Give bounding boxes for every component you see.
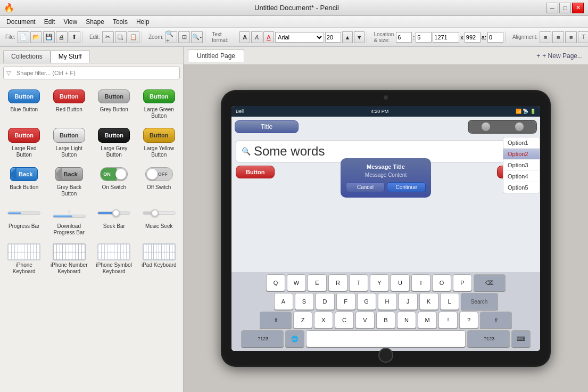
key-z[interactable]: Z	[293, 312, 312, 329]
ios-continue-button[interactable]: Continue	[387, 182, 426, 192]
tab-collections[interactable]: Collections	[3, 50, 51, 63]
page-tab-untitled[interactable]: Untitled Page	[188, 50, 244, 62]
shape-item-red-button[interactable]: Button Red Button	[48, 86, 90, 121]
loc-y-input[interactable]	[416, 32, 432, 43]
ios-picker-option5[interactable]: Option5	[503, 182, 540, 193]
export-file-btn[interactable]: ⬆	[69, 31, 80, 43]
shape-item-large-red-button[interactable]: Button Large Red Button	[3, 125, 45, 160]
key-keyboard-dismiss[interactable]: ⌨	[511, 330, 531, 347]
menu-view[interactable]: View	[59, 17, 81, 27]
shape-item-iphone-keyboard[interactable]: iPhone Keyboard	[3, 241, 45, 277]
menu-shape[interactable]: Shape	[81, 17, 109, 27]
copy-btn[interactable]: ⿻	[115, 31, 127, 43]
key-numbers-right[interactable]: .?123	[467, 330, 510, 347]
font-size-up[interactable]: ▲	[342, 31, 353, 43]
ios-seg-right[interactable]	[502, 121, 536, 133]
minimize-button[interactable]: ─	[546, 3, 558, 13]
key-a[interactable]: A	[274, 293, 293, 310]
menu-help[interactable]: Help	[132, 17, 154, 27]
loc-a-input[interactable]	[487, 32, 503, 43]
key-u[interactable]: U	[391, 274, 410, 291]
shape-item-large-yellow-button[interactable]: Button Large Yellow Button	[138, 125, 180, 160]
paste-btn[interactable]: 📋	[128, 31, 139, 43]
key-delete[interactable]: ⌫	[474, 274, 506, 291]
print-file-btn[interactable]: 🖨	[56, 31, 68, 43]
shape-item-back-button[interactable]: Back Back Button	[3, 164, 45, 199]
ios-picker-option3[interactable]: Option3	[503, 160, 540, 171]
key-h[interactable]: H	[378, 293, 397, 310]
key-shift-left[interactable]: ⇧	[260, 312, 292, 329]
menu-document[interactable]: Document	[2, 17, 40, 27]
loc-x-input[interactable]	[396, 32, 412, 43]
loc-h-input[interactable]	[465, 32, 481, 43]
ipad-home-button[interactable]	[378, 348, 393, 363]
shape-item-download-progress-bar[interactable]: ↓ Download Progress Bar	[48, 202, 90, 238]
key-w[interactable]: W	[287, 274, 306, 291]
ios-left-button[interactable]: Button	[236, 166, 275, 178]
shape-item-large-light-button[interactable]: Button Large Light Button	[48, 125, 90, 160]
shape-item-music-seek[interactable]: Music Seek	[138, 202, 180, 238]
key-d[interactable]: D	[316, 293, 335, 310]
loc-w-input[interactable]	[433, 32, 459, 43]
key-s[interactable]: S	[295, 293, 314, 310]
key-c[interactable]: C	[335, 312, 354, 329]
ios-picker-option2[interactable]: Option2	[503, 149, 540, 160]
shape-item-grey-button[interactable]: Button Grey Button	[93, 86, 135, 121]
cut-btn[interactable]: ✂	[102, 31, 114, 43]
align-center-btn[interactable]: ≡	[552, 31, 564, 43]
key-p[interactable]: P	[453, 274, 472, 291]
shape-item-on-switch[interactable]: ON On Switch	[93, 164, 135, 199]
ios-cancel-button[interactable]: Cancel	[346, 182, 385, 192]
align-right-btn[interactable]: ≡	[565, 31, 577, 43]
align-top-btn[interactable]: ⊤	[578, 31, 588, 43]
key-exclaim[interactable]: !	[438, 312, 458, 329]
ios-picker[interactable]: Option1 Option2 Option3 Option4 Option5	[503, 137, 540, 193]
key-o[interactable]: O	[432, 274, 451, 291]
new-file-btn[interactable]: 📄	[18, 31, 29, 43]
key-r[interactable]: R	[328, 274, 347, 291]
key-question[interactable]: ?	[459, 312, 478, 329]
text-italic-btn[interactable]: A	[251, 31, 262, 43]
ios-seg-left[interactable]	[469, 121, 502, 133]
key-l[interactable]: L	[440, 293, 459, 310]
key-k[interactable]: K	[419, 293, 438, 310]
key-globe[interactable]: 🌐	[285, 330, 304, 347]
text-bold-btn[interactable]: A	[239, 31, 250, 43]
menu-tools[interactable]: Tools	[109, 17, 132, 27]
shape-item-large-green-button[interactable]: Button Large Green Button	[138, 86, 180, 121]
font-select[interactable]: Arial	[275, 32, 324, 43]
shape-item-grey-back-button[interactable]: Back Grey Back Button	[48, 164, 90, 199]
key-v[interactable]: V	[355, 312, 375, 329]
save-file-btn[interactable]: 💾	[43, 31, 55, 43]
shape-item-large-grey-button[interactable]: Button Large Grey Button	[93, 125, 135, 160]
shape-item-progress-bar[interactable]: Progress Bar	[3, 202, 45, 238]
ios-segmented-control[interactable]	[468, 120, 537, 134]
zoom-out-btn[interactable]: 🔍-	[191, 31, 203, 43]
shape-item-off-switch[interactable]: OFF Off Switch	[138, 164, 180, 199]
font-size-input[interactable]	[325, 32, 341, 43]
key-i[interactable]: I	[411, 274, 430, 291]
key-y[interactable]: Y	[370, 274, 389, 291]
menu-edit[interactable]: Edit	[40, 17, 60, 27]
key-space[interactable]	[306, 330, 466, 347]
text-color-btn[interactable]: A	[263, 31, 274, 43]
zoom-fit-btn[interactable]: ⊡	[178, 31, 190, 43]
maximize-button[interactable]: □	[559, 3, 571, 13]
ios-picker-option4[interactable]: Option4	[503, 171, 540, 182]
font-size-down[interactable]: ▼	[354, 31, 365, 43]
key-f[interactable]: F	[336, 293, 355, 310]
key-x[interactable]: X	[314, 312, 333, 329]
key-search[interactable]: Search	[461, 293, 498, 310]
shape-item-seek-bar[interactable]: Seek Bar	[93, 202, 135, 238]
key-e[interactable]: E	[308, 274, 327, 291]
zoom-in-btn[interactable]: 🔍+	[165, 31, 177, 43]
key-n[interactable]: N	[397, 312, 416, 329]
key-shift-right[interactable]: ⇧	[480, 312, 512, 329]
ios-picker-option1[interactable]: Option1	[503, 137, 540, 149]
key-t[interactable]: T	[349, 274, 368, 291]
tab-my-stuff[interactable]: My Stuff	[51, 50, 90, 63]
key-j[interactable]: J	[399, 293, 418, 310]
key-g[interactable]: G	[357, 293, 376, 310]
open-file-btn[interactable]: 📂	[30, 31, 42, 43]
align-left-btn[interactable]: ≡	[540, 31, 551, 43]
